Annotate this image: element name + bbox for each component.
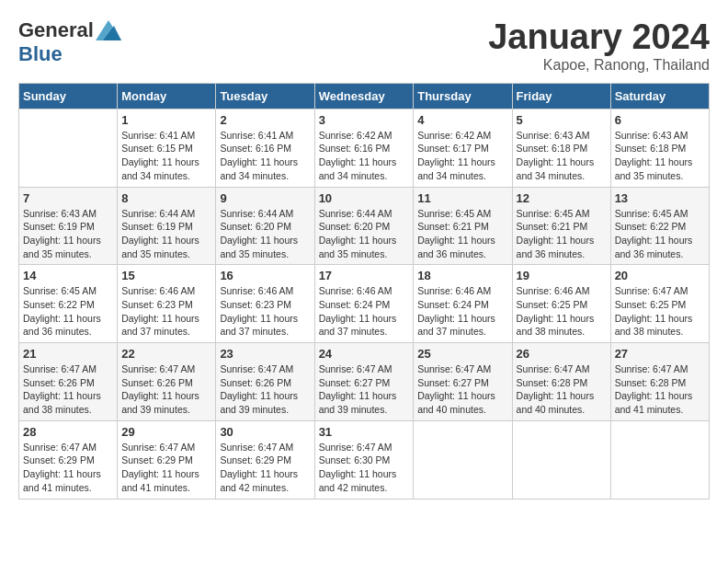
day-info: Sunrise: 6:47 AM Sunset: 6:29 PM Dayligh… — [23, 441, 113, 495]
calendar-cell: 1Sunrise: 6:41 AM Sunset: 6:15 PM Daylig… — [118, 109, 216, 187]
day-number: 6 — [615, 113, 705, 127]
day-info: Sunrise: 6:42 AM Sunset: 6:17 PM Dayligh… — [417, 129, 507, 183]
day-info: Sunrise: 6:47 AM Sunset: 6:29 PM Dayligh… — [220, 441, 310, 495]
calendar-cell: 20Sunrise: 6:47 AM Sunset: 6:25 PM Dayli… — [610, 265, 709, 343]
day-info: Sunrise: 6:45 AM Sunset: 6:21 PM Dayligh… — [417, 207, 507, 261]
calendar-cell: 29Sunrise: 6:47 AM Sunset: 6:29 PM Dayli… — [118, 420, 216, 499]
calendar-cell — [610, 420, 709, 499]
day-info: Sunrise: 6:47 AM Sunset: 6:29 PM Dayligh… — [121, 441, 211, 495]
day-info: Sunrise: 6:47 AM Sunset: 6:30 PM Dayligh… — [319, 441, 410, 495]
day-header-wednesday: Wednesday — [314, 83, 414, 109]
day-info: Sunrise: 6:44 AM Sunset: 6:20 PM Dayligh… — [220, 207, 310, 261]
day-info: Sunrise: 6:44 AM Sunset: 6:20 PM Dayligh… — [319, 207, 410, 261]
day-number: 31 — [319, 425, 410, 439]
day-number: 22 — [121, 347, 211, 361]
day-info: Sunrise: 6:45 AM Sunset: 6:21 PM Dayligh… — [517, 207, 607, 261]
calendar-cell — [414, 420, 512, 499]
day-number: 3 — [319, 113, 410, 127]
logo-icon — [96, 20, 121, 40]
day-number: 8 — [121, 191, 211, 205]
day-info: Sunrise: 6:46 AM Sunset: 6:24 PM Dayligh… — [319, 284, 410, 339]
day-number: 19 — [517, 269, 607, 282]
day-info: Sunrise: 6:45 AM Sunset: 6:22 PM Dayligh… — [615, 207, 705, 261]
calendar-cell: 4Sunrise: 6:42 AM Sunset: 6:17 PM Daylig… — [414, 109, 512, 187]
day-number: 23 — [220, 347, 310, 361]
day-info: Sunrise: 6:47 AM Sunset: 6:27 PM Dayligh… — [319, 362, 410, 417]
calendar-row: 7Sunrise: 6:43 AM Sunset: 6:19 PM Daylig… — [19, 187, 710, 265]
day-number: 11 — [417, 191, 507, 205]
calendar-cell: 13Sunrise: 6:45 AM Sunset: 6:22 PM Dayli… — [610, 187, 709, 265]
day-number: 13 — [615, 191, 705, 205]
day-info: Sunrise: 6:47 AM Sunset: 6:28 PM Dayligh… — [615, 362, 705, 417]
day-number: 5 — [517, 113, 607, 127]
calendar-row: 1Sunrise: 6:41 AM Sunset: 6:15 PM Daylig… — [19, 109, 710, 187]
day-info: Sunrise: 6:46 AM Sunset: 6:23 PM Dayligh… — [121, 284, 211, 339]
calendar-cell: 12Sunrise: 6:45 AM Sunset: 6:21 PM Dayli… — [512, 187, 610, 265]
day-number: 30 — [220, 425, 310, 439]
calendar-cell: 31Sunrise: 6:47 AM Sunset: 6:30 PM Dayli… — [314, 420, 414, 499]
day-info: Sunrise: 6:46 AM Sunset: 6:24 PM Dayligh… — [417, 284, 507, 339]
day-number: 17 — [319, 269, 410, 282]
day-header-saturday: Saturday — [610, 83, 709, 109]
calendar-cell: 8Sunrise: 6:44 AM Sunset: 6:19 PM Daylig… — [118, 187, 216, 265]
calendar-cell: 7Sunrise: 6:43 AM Sunset: 6:19 PM Daylig… — [19, 187, 118, 265]
day-info: Sunrise: 6:45 AM Sunset: 6:22 PM Dayligh… — [23, 284, 113, 339]
day-info: Sunrise: 6:41 AM Sunset: 6:15 PM Dayligh… — [121, 129, 211, 183]
day-info: Sunrise: 6:44 AM Sunset: 6:19 PM Dayligh… — [121, 207, 211, 261]
day-info: Sunrise: 6:47 AM Sunset: 6:28 PM Dayligh… — [517, 362, 607, 417]
logo: General Blue — [18, 18, 121, 66]
day-info: Sunrise: 6:43 AM Sunset: 6:19 PM Dayligh… — [23, 207, 113, 261]
calendar-cell: 25Sunrise: 6:47 AM Sunset: 6:27 PM Dayli… — [414, 343, 512, 421]
calendar-cell: 27Sunrise: 6:47 AM Sunset: 6:28 PM Dayli… — [610, 343, 709, 421]
calendar-cell: 3Sunrise: 6:42 AM Sunset: 6:16 PM Daylig… — [314, 109, 414, 187]
day-header-friday: Friday — [512, 83, 610, 109]
day-number: 25 — [417, 347, 507, 361]
day-number: 26 — [517, 347, 607, 361]
calendar-cell: 6Sunrise: 6:43 AM Sunset: 6:18 PM Daylig… — [610, 109, 709, 187]
calendar-cell: 30Sunrise: 6:47 AM Sunset: 6:29 PM Dayli… — [216, 420, 314, 499]
day-header-tuesday: Tuesday — [216, 83, 314, 109]
day-number: 16 — [220, 269, 310, 282]
calendar-cell: 22Sunrise: 6:47 AM Sunset: 6:26 PM Dayli… — [118, 343, 216, 421]
day-info: Sunrise: 6:42 AM Sunset: 6:16 PM Dayligh… — [319, 129, 410, 183]
calendar-cell: 23Sunrise: 6:47 AM Sunset: 6:26 PM Dayli… — [216, 343, 314, 421]
day-number: 4 — [417, 113, 507, 127]
month-title: January 2024 — [488, 18, 710, 57]
day-number: 1 — [121, 113, 211, 127]
day-header-thursday: Thursday — [414, 83, 512, 109]
calendar-cell: 2Sunrise: 6:41 AM Sunset: 6:16 PM Daylig… — [216, 109, 314, 187]
calendar-cell: 19Sunrise: 6:46 AM Sunset: 6:25 PM Dayli… — [512, 265, 610, 343]
title-block: January 2024 Kapoe, Ranong, Thailand — [488, 18, 710, 74]
logo-general-text: General — [18, 18, 94, 42]
calendar-cell: 5Sunrise: 6:43 AM Sunset: 6:18 PM Daylig… — [512, 109, 610, 187]
day-info: Sunrise: 6:43 AM Sunset: 6:18 PM Dayligh… — [517, 129, 607, 183]
day-info: Sunrise: 6:43 AM Sunset: 6:18 PM Dayligh… — [615, 129, 705, 183]
calendar-cell: 18Sunrise: 6:46 AM Sunset: 6:24 PM Dayli… — [414, 265, 512, 343]
calendar-row: 28Sunrise: 6:47 AM Sunset: 6:29 PM Dayli… — [19, 420, 710, 499]
day-info: Sunrise: 6:47 AM Sunset: 6:26 PM Dayligh… — [220, 362, 310, 417]
day-number: 2 — [220, 113, 310, 127]
day-info: Sunrise: 6:47 AM Sunset: 6:26 PM Dayligh… — [121, 362, 211, 417]
calendar-cell: 26Sunrise: 6:47 AM Sunset: 6:28 PM Dayli… — [512, 343, 610, 421]
calendar-cell — [19, 109, 118, 187]
calendar-cell: 21Sunrise: 6:47 AM Sunset: 6:26 PM Dayli… — [19, 343, 118, 421]
day-number: 21 — [23, 347, 113, 361]
day-info: Sunrise: 6:41 AM Sunset: 6:16 PM Dayligh… — [220, 129, 310, 183]
calendar-cell — [512, 420, 610, 499]
calendar-cell: 11Sunrise: 6:45 AM Sunset: 6:21 PM Dayli… — [414, 187, 512, 265]
calendar-cell: 24Sunrise: 6:47 AM Sunset: 6:27 PM Dayli… — [314, 343, 414, 421]
day-info: Sunrise: 6:47 AM Sunset: 6:27 PM Dayligh… — [417, 362, 507, 417]
calendar-row: 21Sunrise: 6:47 AM Sunset: 6:26 PM Dayli… — [19, 343, 710, 421]
calendar-cell: 28Sunrise: 6:47 AM Sunset: 6:29 PM Dayli… — [19, 420, 118, 499]
calendar-cell: 9Sunrise: 6:44 AM Sunset: 6:20 PM Daylig… — [216, 187, 314, 265]
day-number: 12 — [517, 191, 607, 205]
day-number: 28 — [23, 425, 113, 439]
calendar-cell: 15Sunrise: 6:46 AM Sunset: 6:23 PM Dayli… — [118, 265, 216, 343]
day-info: Sunrise: 6:47 AM Sunset: 6:25 PM Dayligh… — [615, 284, 705, 339]
day-info: Sunrise: 6:47 AM Sunset: 6:26 PM Dayligh… — [23, 362, 113, 417]
day-info: Sunrise: 6:46 AM Sunset: 6:25 PM Dayligh… — [517, 284, 607, 339]
calendar-row: 14Sunrise: 6:45 AM Sunset: 6:22 PM Dayli… — [19, 265, 710, 343]
day-number: 20 — [615, 269, 705, 282]
day-number: 29 — [121, 425, 211, 439]
day-header-monday: Monday — [118, 83, 216, 109]
